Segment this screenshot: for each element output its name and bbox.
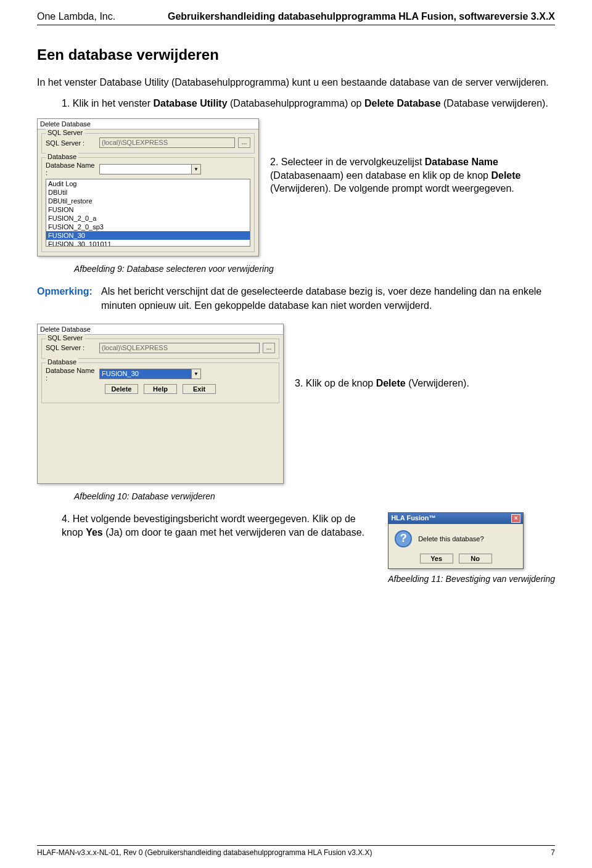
- close-icon[interactable]: ×: [511, 514, 520, 523]
- no-button[interactable]: No: [459, 554, 492, 563]
- step-2: 2. Selecteer in de vervolgkeuzelijst Dat…: [270, 118, 555, 195]
- screenshot-delete-database-selected: Delete Database SQL Server SQL Server : …: [37, 324, 284, 484]
- sql-server-field[interactable]: (local)\SQLEXPRESS: [99, 343, 260, 353]
- header-left: One Lambda, Inc.: [37, 11, 115, 22]
- list-item[interactable]: FUSION_30_101011: [46, 240, 250, 247]
- sql-server-browse-button[interactable]: ...: [238, 137, 250, 148]
- header-right: Gebruikershandleiding databasehulpprogra…: [168, 11, 555, 22]
- note-label: Opmerking:: [37, 285, 92, 313]
- note-text: Als het bericht verschijnt dat de gesele…: [101, 285, 555, 313]
- database-group-label: Database: [46, 153, 78, 160]
- intro-paragraph: In het venster Database Utility (Databas…: [37, 76, 555, 89]
- database-name-value[interactable]: [99, 164, 191, 174]
- sql-server-field[interactable]: (local)\SQLEXPRESS: [99, 137, 235, 148]
- sql-server-browse-button[interactable]: ...: [263, 343, 275, 353]
- database-group-label: Database: [46, 358, 78, 366]
- sql-server-label: SQL Server :: [46, 344, 96, 351]
- step-2-text: Selecteer in de vervolgkeuzelijst Databa…: [270, 157, 521, 194]
- database-listbox[interactable]: Audit LogDBUtilDBUtil_restoreFUSIONFUSIO…: [46, 179, 250, 247]
- section-title: Een database verwijderen: [37, 46, 555, 63]
- dialog-title: HLA Fusion™: [391, 514, 435, 523]
- exit-button[interactable]: Exit: [183, 384, 216, 394]
- step-4: 4. Het volgende bevestigingsbericht word…: [62, 512, 377, 539]
- footer-rule: [37, 845, 555, 846]
- list-item[interactable]: FUSION_30: [46, 231, 250, 240]
- step-4-number: 4.: [62, 514, 70, 524]
- caption-11: Afbeelding 11: Bevestiging van verwijder…: [388, 574, 555, 584]
- step-4-text: Het volgende bevestigingsbericht wordt w…: [62, 514, 364, 538]
- step-1: 1. Klik in het venster Database Utility …: [62, 97, 555, 110]
- list-item[interactable]: FUSION: [46, 205, 250, 214]
- step-3: 3. Klik op de knop Delete (Verwijderen).: [295, 324, 469, 389]
- caption-9: Afbeelding 9: Database selecteren voor v…: [74, 264, 555, 274]
- sql-server-label: SQL Server :: [46, 139, 96, 147]
- screenshot-delete-database-list: Delete Database SQL Server SQL Server : …: [37, 118, 259, 256]
- database-name-label: Database Name :: [46, 162, 96, 176]
- dialog-titlebar: HLA Fusion™ ×: [388, 513, 523, 524]
- sql-server-group: SQL Server SQL Server : (local)\SQLEXPRE…: [41, 133, 255, 154]
- sql-server-group: SQL Server SQL Server : (local)\SQLEXPRE…: [41, 338, 279, 359]
- caption-10: Afbeelding 10: Database verwijderen: [74, 491, 555, 501]
- footer-left: HLAF-MAN-v3.x.x-NL-01, Rev 0 (Gebruikers…: [37, 848, 372, 857]
- database-name-combo[interactable]: FUSION_30 ▼: [99, 369, 201, 379]
- page-footer: HLAF-MAN-v3.x.x-NL-01, Rev 0 (Gebruikers…: [37, 845, 555, 857]
- list-item[interactable]: Audit Log: [46, 179, 250, 188]
- sql-server-group-label: SQL Server: [46, 334, 84, 342]
- delete-button[interactable]: Delete: [105, 384, 138, 394]
- dialog-message: Delete this database?: [418, 535, 483, 542]
- step-1-number: 1.: [62, 98, 70, 108]
- step-3-number: 3.: [295, 378, 303, 388]
- step-3-text: Klik op de knop Delete (Verwijderen).: [306, 378, 469, 388]
- step-1-text: Klik in het venster Database Utility (Da…: [73, 98, 548, 108]
- database-name-value[interactable]: FUSION_30: [99, 369, 191, 379]
- list-item[interactable]: FUSION_2_0_a: [46, 214, 250, 223]
- chevron-down-icon[interactable]: ▼: [191, 164, 201, 174]
- yes-button[interactable]: Yes: [420, 554, 453, 563]
- help-button[interactable]: Help: [144, 384, 177, 394]
- list-item[interactable]: DBUtil: [46, 188, 250, 197]
- window-title: Delete Database: [38, 119, 258, 129]
- step-2-number: 2.: [270, 157, 278, 167]
- database-group: Database Database Name : ▼ Audit LogDBUt…: [41, 157, 255, 252]
- database-group: Database Database Name : FUSION_30 ▼ Del…: [41, 362, 279, 403]
- window-title: Delete Database: [38, 324, 283, 335]
- screenshot-confirm-dialog: HLA Fusion™ × ? Delete this database? Ye…: [388, 512, 524, 569]
- header-rule: [37, 25, 555, 25]
- list-item[interactable]: DBUtil_restore: [46, 197, 250, 205]
- database-name-combo[interactable]: ▼: [99, 164, 201, 174]
- sql-server-group-label: SQL Server: [46, 129, 84, 136]
- database-name-label: Database Name :: [46, 367, 96, 382]
- question-icon: ?: [395, 530, 412, 547]
- page-header: One Lambda, Inc. Gebruikershandleiding d…: [37, 11, 555, 22]
- note-block: Opmerking: Als het bericht verschijnt da…: [37, 285, 555, 313]
- page-number: 7: [551, 848, 555, 857]
- list-item[interactable]: FUSION_2_0_sp3: [46, 223, 250, 231]
- chevron-down-icon[interactable]: ▼: [191, 369, 201, 379]
